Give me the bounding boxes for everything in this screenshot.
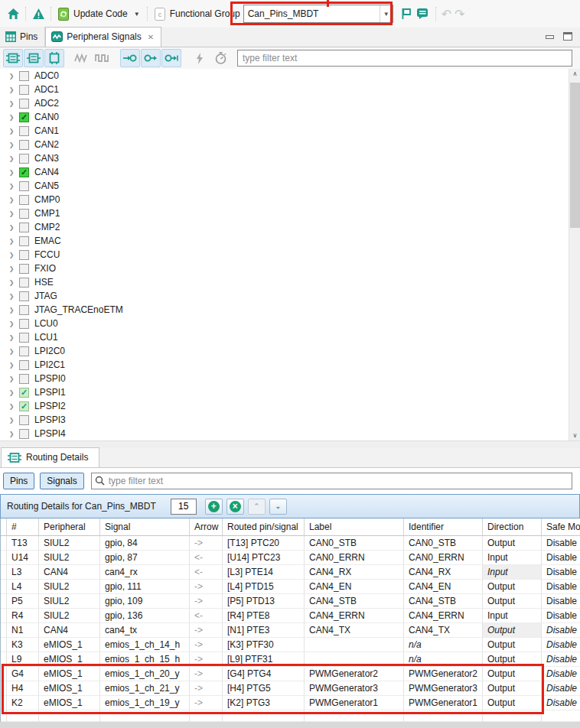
tree-item-can1[interactable]: ❯CAN1 xyxy=(0,124,580,138)
add-route-button[interactable]: + xyxy=(205,499,223,515)
tree-item-lpspi2[interactable]: ❯✓LPSPI2 xyxy=(0,399,580,413)
expander-chevron-icon[interactable]: ❯ xyxy=(6,73,17,80)
cell-label[interactable]: CAN0_STB xyxy=(305,536,404,551)
expander-chevron-icon[interactable]: ❯ xyxy=(6,183,17,190)
cell-peripheral[interactable]: SIUL2 xyxy=(39,580,100,594)
cell-num[interactable]: L9 xyxy=(7,652,39,667)
tree-item-lpspi4[interactable]: ❯LPSPI4 xyxy=(0,427,580,440)
peripheral-checkbox[interactable] xyxy=(19,415,29,425)
cell-identifier[interactable]: CAN0_STB xyxy=(404,536,483,551)
peripheral-checkbox[interactable] xyxy=(19,126,29,136)
expander-chevron-icon[interactable]: ❯ xyxy=(6,128,17,135)
cell-num[interactable]: N1 xyxy=(7,623,39,638)
move-down-button[interactable]: ⌄ xyxy=(269,499,287,515)
update-code-icon[interactable] xyxy=(55,5,72,22)
cell-peripheral[interactable]: SIUL2 xyxy=(39,594,100,609)
cell-routed[interactable]: [N1] PTE3 xyxy=(223,623,305,638)
column-header-identifier[interactable]: Identifier xyxy=(404,518,483,536)
expander-chevron-icon[interactable]: ❯ xyxy=(6,141,17,148)
tree-item-can3[interactable]: ❯CAN3 xyxy=(0,151,580,165)
tab-routing-details[interactable]: Routing Details xyxy=(1,447,99,467)
c-file-icon[interactable]: c xyxy=(152,5,168,22)
column-header-safe-mode[interactable]: Safe Mode xyxy=(542,518,580,536)
undo-icon[interactable]: ↶ xyxy=(442,7,451,21)
cell-num[interactable]: G4 xyxy=(7,667,39,681)
cell-identifier[interactable]: CAN4_RX xyxy=(404,565,483,580)
cell-label[interactable]: CAN4_EN xyxy=(305,580,404,594)
signal-input-icon[interactable] xyxy=(120,49,140,67)
cell-identifier[interactable]: PWMGenerator2 xyxy=(404,667,483,681)
cell-safe[interactable]: Disable xyxy=(542,681,580,696)
tree-item-lcu1[interactable]: ❯LCU1 xyxy=(0,330,580,344)
expander-chevron-icon[interactable]: ❯ xyxy=(6,417,17,424)
move-up-button[interactable]: ⌃ xyxy=(248,499,266,515)
table-row[interactable]: P5SIUL2gpio, 109->[P5] PTD13CAN4_STBCAN4… xyxy=(1,594,580,609)
tree-item-can0[interactable]: ❯✓CAN0 xyxy=(0,110,580,124)
cell-num[interactable]: R4 xyxy=(7,609,39,623)
column-header-signal[interactable]: Signal xyxy=(100,518,190,536)
cell-direction[interactable]: Output xyxy=(483,652,542,667)
cell-safe[interactable]: Disable xyxy=(542,594,580,609)
tree-item-adc1[interactable]: ❯ADC1 xyxy=(0,83,580,96)
cell-signal[interactable]: emios_1_ch_21_y xyxy=(100,681,190,696)
cell-label[interactable]: PWMGenerator2 xyxy=(305,667,404,681)
scroll-up-icon[interactable]: ∧ xyxy=(569,70,580,77)
peripheral-checkbox[interactable] xyxy=(19,99,29,109)
peripheral-checkbox[interactable] xyxy=(19,360,29,370)
cell-arrow[interactable]: -> xyxy=(190,580,223,594)
tab-pins[interactable]: Pins xyxy=(0,27,45,47)
peripheral-checkbox[interactable]: ✓ xyxy=(19,388,29,398)
expander-chevron-icon[interactable]: ❯ xyxy=(6,334,17,341)
cell-arrow[interactable]: -> xyxy=(190,681,223,696)
scroll-down-icon[interactable]: ∨ xyxy=(569,432,580,439)
expander-chevron-icon[interactable]: ❯ xyxy=(6,389,17,396)
cell-direction[interactable]: Output xyxy=(483,696,542,710)
cell-direction[interactable]: Output xyxy=(483,681,542,696)
table-horizontal-scrollbar[interactable] xyxy=(0,722,580,728)
cell-arrow[interactable]: -> xyxy=(190,594,223,609)
scrollbar-thumb[interactable] xyxy=(570,83,580,228)
tree-item-cmp2[interactable]: ❯CMP2 xyxy=(0,220,580,234)
cell-direction[interactable]: Output xyxy=(483,667,542,681)
table-row[interactable]: T13SIUL2gpio, 84->[T13] PTC20CAN0_STBCAN… xyxy=(1,536,580,551)
cell-signal[interactable]: gpio, 136 xyxy=(100,609,190,623)
flag-icon[interactable] xyxy=(398,5,415,22)
maximize-icon[interactable] xyxy=(563,32,572,41)
cell-peripheral[interactable]: eMIOS_1 xyxy=(39,652,100,667)
peripheral-checkbox[interactable] xyxy=(19,195,29,205)
tab-peripheral-signals[interactable]: Peripheral Signals ✕ xyxy=(45,27,161,47)
cell-peripheral[interactable]: SIUL2 xyxy=(39,536,100,551)
cell-signal[interactable]: emios_1_ch_19_y xyxy=(100,696,190,710)
update-code-label[interactable]: Update Code xyxy=(73,8,128,19)
expander-chevron-icon[interactable]: ❯ xyxy=(6,252,17,258)
cell-peripheral[interactable]: SIUL2 xyxy=(39,609,100,623)
tree-item-jtag[interactable]: ❯JTAG xyxy=(0,289,580,303)
column-header--[interactable]: # xyxy=(7,518,39,536)
cell-signal[interactable]: can4_rx xyxy=(100,565,190,580)
cell-routed[interactable]: [G4] PTG4 xyxy=(223,667,305,681)
tree-item-cmp1[interactable]: ❯CMP1 xyxy=(0,206,580,220)
expander-chevron-icon[interactable]: ❯ xyxy=(6,362,17,369)
peripheral-checkbox[interactable] xyxy=(19,319,29,329)
cell-label[interactable]: CAN4_ERRN xyxy=(305,609,404,623)
cell-safe[interactable]: Disable xyxy=(542,536,580,551)
redo-icon[interactable]: ↷ xyxy=(455,7,464,21)
peripheral-checkbox[interactable] xyxy=(19,346,29,356)
tree-item-lpspi1[interactable]: ❯✓LPSPI1 xyxy=(0,385,580,399)
peripheral-checkbox[interactable] xyxy=(19,429,29,439)
tree-item-emac[interactable]: ❯EMAC xyxy=(0,234,580,248)
route-selected-pins-icon[interactable] xyxy=(24,49,44,67)
peripheral-checkbox[interactable] xyxy=(19,223,29,232)
cell-direction[interactable]: Output xyxy=(483,623,542,638)
timer-icon[interactable] xyxy=(210,49,230,67)
cell-safe[interactable]: Disable xyxy=(542,580,580,594)
lightning-icon[interactable] xyxy=(190,49,210,67)
routing-filter-input[interactable] xyxy=(91,473,572,489)
home-icon[interactable] xyxy=(5,5,21,22)
cell-peripheral[interactable]: CAN4 xyxy=(39,565,100,580)
column-header-arrow[interactable]: Arrow xyxy=(190,518,223,536)
routing-pins-toggle[interactable]: Pins xyxy=(3,473,34,489)
expander-chevron-icon[interactable]: ❯ xyxy=(6,238,17,245)
cell-identifier[interactable]: CAN0_ERRN xyxy=(404,551,483,565)
expander-chevron-icon[interactable]: ❯ xyxy=(6,348,17,355)
